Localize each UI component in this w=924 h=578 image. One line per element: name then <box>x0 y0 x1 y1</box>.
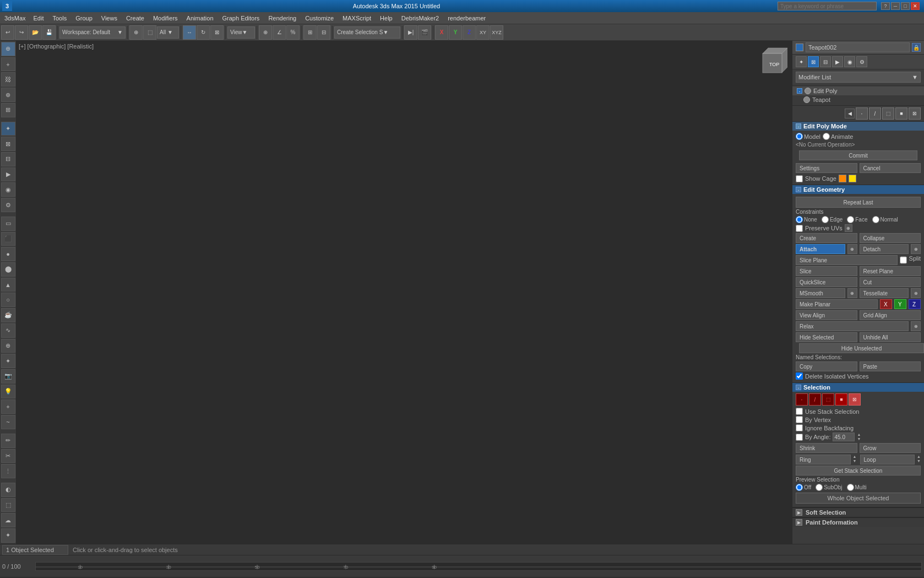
cage-color-1[interactable] <box>839 175 846 182</box>
create-selection-dropdown[interactable]: Create Selection S▼ <box>334 26 400 39</box>
view-align-button[interactable]: View Align <box>796 310 857 320</box>
material-tool[interactable]: ◐ <box>1 483 15 497</box>
torus-tool[interactable]: ○ <box>1 293 15 307</box>
spline-tool[interactable]: ∿ <box>1 323 15 338</box>
plane-tool[interactable]: ▭ <box>1 217 15 231</box>
object-name-input[interactable] <box>806 42 910 52</box>
timeline-track[interactable]: 0 / 100 10 30 50 70 90 <box>0 555 924 577</box>
edge-radio[interactable] <box>822 216 829 223</box>
scale-button[interactable]: ⊠ <box>210 25 224 40</box>
quickslice-button[interactable]: QuickSlice <box>796 277 857 287</box>
link-tool[interactable]: ⛓ <box>1 72 15 87</box>
navigation-cube[interactable]: TOP <box>754 45 787 78</box>
border-sel-icon[interactable]: ⬚ <box>822 393 834 406</box>
utility-panel-icon[interactable]: ⚙ <box>856 56 867 67</box>
box-tool[interactable]: ⬛ <box>1 232 15 246</box>
modify-tab[interactable]: ⊠ <box>1 137 15 151</box>
bind-tool[interactable]: ⊕ <box>1 88 15 102</box>
unhide-all-button[interactable]: Unhide All <box>860 332 921 342</box>
soft-sel-expand-icon[interactable]: ▶ <box>796 509 802 516</box>
search-input[interactable] <box>778 2 877 10</box>
helper-tool[interactable]: + <box>1 399 15 414</box>
snap-button[interactable]: ⊕ <box>259 25 272 40</box>
particle-tool[interactable]: ✦ <box>1 354 15 368</box>
element-mode-icon[interactable]: ⊠ <box>909 107 921 120</box>
display-panel-icon[interactable]: ◉ <box>844 56 855 67</box>
move-button[interactable]: ↔ <box>183 25 196 40</box>
axis-y-button[interactable]: Y <box>449 25 462 40</box>
tessellate-button[interactable]: Tessellate <box>860 288 909 298</box>
delete-isolated-checkbox[interactable] <box>796 372 803 380</box>
cylinder-tool[interactable]: ⬤ <box>1 262 15 277</box>
angle-snap-button[interactable]: ∠ <box>273 25 286 40</box>
vertex-sel-icon[interactable]: · <box>796 393 808 406</box>
teapot-tool[interactable]: ☕ <box>1 308 15 322</box>
edge-mode-icon[interactable]: / <box>869 107 881 120</box>
percent-snap-button[interactable]: % <box>286 25 300 40</box>
timeline-ruler[interactable]: 10 30 50 70 90 <box>35 562 922 571</box>
render-scene-tool[interactable]: ⬚ <box>1 498 15 512</box>
spacewarp-tool[interactable]: ~ <box>1 415 15 429</box>
menu-item-renderbeamer[interactable]: renderbeamer <box>443 12 490 24</box>
none-radio[interactable] <box>796 216 803 223</box>
paste-button[interactable]: Paste <box>860 361 921 371</box>
selection-header[interactable]: - Selection <box>792 383 924 392</box>
align-button[interactable]: ⊟ <box>317 25 330 40</box>
utilities-tab[interactable]: ⚙ <box>1 198 15 212</box>
relax-settings-icon[interactable]: ⊕ <box>911 321 921 331</box>
knife-tool[interactable]: ✂ <box>1 449 15 463</box>
render-button[interactable]: 🎬 <box>418 25 431 40</box>
off-radio[interactable] <box>796 484 803 491</box>
slice-plane-button[interactable]: Slice Plane <box>796 255 898 265</box>
split-checkbox[interactable] <box>900 255 907 265</box>
repeat-last-button[interactable]: Repeat Last <box>796 197 921 208</box>
msmooth-settings-icon[interactable]: ⊕ <box>847 288 857 298</box>
attach-button[interactable]: Attach <box>796 244 845 254</box>
cut-button[interactable]: Cut <box>860 277 921 287</box>
copy-button[interactable]: Copy <box>796 361 857 371</box>
ignore-backfacing-checkbox[interactable] <box>796 424 803 431</box>
use-stack-checkbox[interactable] <box>796 408 803 415</box>
workspace-dropdown[interactable]: Workspace: Default ▼ <box>59 26 126 39</box>
light-tool[interactable]: 💡 <box>1 385 15 399</box>
hierarchy-panel-icon[interactable]: ⊟ <box>820 56 831 67</box>
soft-selection-header[interactable]: ▶ Soft Selection <box>792 507 924 517</box>
rotate-button[interactable]: ↻ <box>197 25 210 40</box>
create-tab[interactable]: ✦ <box>1 122 15 136</box>
undo-button[interactable]: ↩ <box>1 25 14 40</box>
subobj-radio[interactable] <box>816 484 823 491</box>
animate-radio[interactable] <box>823 133 830 140</box>
axis-xy-button[interactable]: XY <box>476 25 490 40</box>
multi-radio[interactable] <box>847 484 854 491</box>
ring-button[interactable]: Ring <box>796 455 851 464</box>
menu-item-tools[interactable]: Tools <box>48 12 72 24</box>
detach-settings-icon[interactable]: ⊕ <box>911 244 921 254</box>
cone-tool[interactable]: ▲ <box>1 278 15 292</box>
hide-unselected-button[interactable]: Hide Unselected <box>799 343 924 353</box>
menu-item-debrismaker[interactable]: DebrisMaker2 <box>397 12 443 24</box>
redo-button[interactable]: ↪ <box>15 25 28 40</box>
edge-sel-icon[interactable]: / <box>809 393 821 406</box>
teapot-item[interactable]: Teapot <box>792 95 924 104</box>
settings-button[interactable]: Settings <box>796 163 857 173</box>
paint-tool[interactable]: ✏ <box>1 434 15 448</box>
open-button[interactable]: 📂 <box>29 25 42 40</box>
commit-button[interactable]: Commit <box>799 150 917 160</box>
object-color-swatch[interactable] <box>796 44 803 51</box>
subd-tool[interactable]: ⋮ <box>1 464 15 478</box>
view-dropdown[interactable]: View ▼ <box>227 26 255 39</box>
face-radio[interactable] <box>847 216 854 223</box>
grid-align-button[interactable]: Grid Align <box>860 310 921 320</box>
planar-z-button[interactable]: Z <box>909 299 921 309</box>
planar-y-button[interactable]: Y <box>894 299 906 309</box>
tessellate-settings-icon[interactable]: ⊕ <box>911 288 921 298</box>
effects-tool[interactable]: ✦ <box>1 528 15 543</box>
display-tab[interactable]: ◉ <box>1 182 15 197</box>
create-button[interactable]: Create <box>796 233 857 243</box>
camera-tool[interactable]: 📷 <box>1 369 15 383</box>
menu-item-create[interactable]: Create <box>122 12 149 24</box>
edit-poly-item[interactable]: - Edit Poly <box>792 87 924 95</box>
ep-bulb-icon[interactable] <box>805 88 811 94</box>
cancel-button[interactable]: Cancel <box>860 163 921 173</box>
cage-color-2[interactable] <box>849 175 856 182</box>
